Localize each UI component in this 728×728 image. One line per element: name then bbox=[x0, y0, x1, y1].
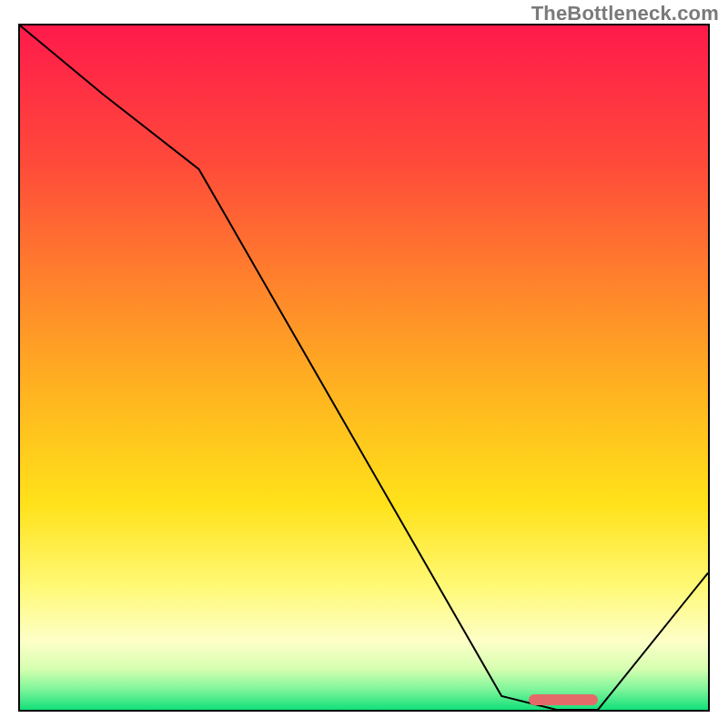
watermark-text: TheBottleneck.com bbox=[531, 2, 719, 25]
optimal-marker bbox=[529, 694, 598, 705]
gradient-background bbox=[20, 25, 708, 710]
bottleneck-chart bbox=[18, 24, 710, 712]
chart-svg bbox=[20, 25, 708, 710]
